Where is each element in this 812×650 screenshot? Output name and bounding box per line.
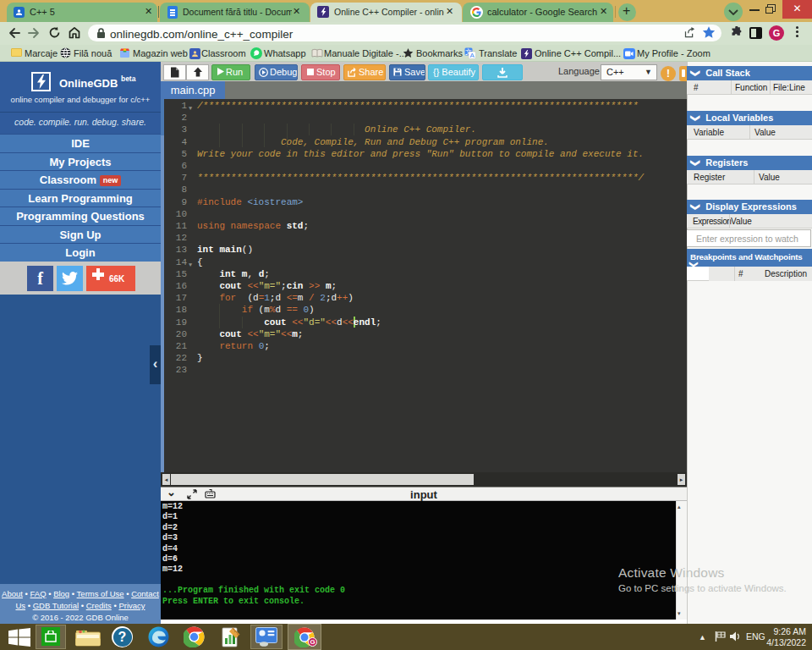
svg-text:A: A [470,52,475,59]
